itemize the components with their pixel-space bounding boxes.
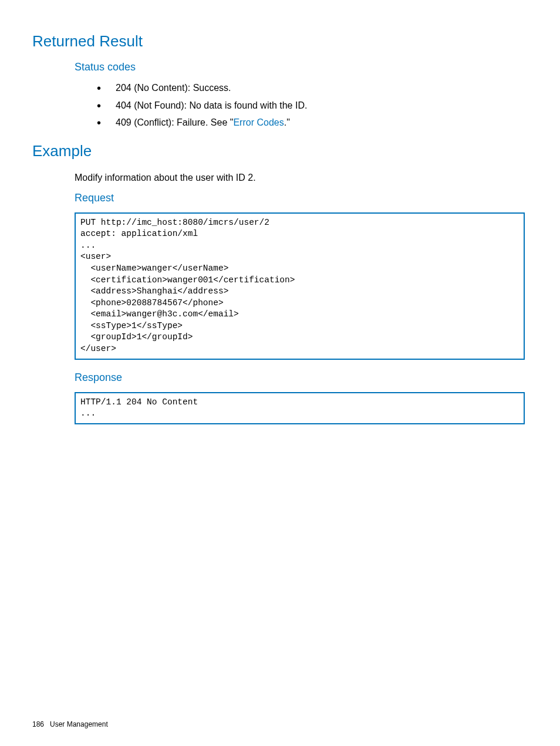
page-number: 186 <box>32 720 44 728</box>
example-intro-text: Modify information about the user with I… <box>75 171 525 185</box>
heading-example: Example <box>32 142 525 160</box>
heading-returned-result: Returned Result <box>32 32 525 50</box>
list-item: 204 (No Content): Success. <box>97 79 525 97</box>
request-code-block: PUT http://imc_host:8080/imcrs/user/2 ac… <box>75 212 525 360</box>
page-footer: 186User Management <box>32 720 108 728</box>
error-codes-link[interactable]: Error Codes <box>233 117 284 127</box>
footer-section-name: User Management <box>50 720 108 728</box>
list-item: 409 (Conflict): Failure. See "Error Code… <box>97 114 525 131</box>
heading-status-codes: Status codes <box>75 61 525 73</box>
heading-response: Response <box>75 372 525 384</box>
response-code-block: HTTP/1.1 204 No Content ... <box>75 392 525 424</box>
list-item-text: ." <box>284 117 290 127</box>
list-item: 404 (Not Found): No data is found with t… <box>97 97 525 114</box>
heading-request: Request <box>75 192 525 204</box>
status-codes-list: 204 (No Content): Success. 404 (Not Foun… <box>97 79 525 131</box>
list-item-text: 409 (Conflict): Failure. See " <box>116 117 233 127</box>
